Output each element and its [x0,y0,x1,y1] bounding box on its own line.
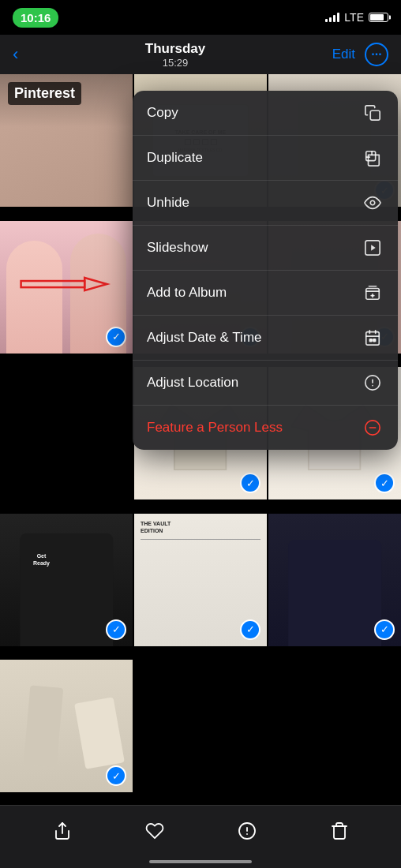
back-button[interactable]: ‹ [13,44,18,65]
svg-rect-0 [21,281,84,287]
photo-cell-couple[interactable]: ✓ [0,221,133,354]
nav-title: Thursday [145,41,206,57]
svg-rect-16 [369,339,372,342]
location-icon [362,372,384,394]
arrow-annotation [13,276,113,292]
svg-rect-17 [373,339,376,342]
nav-subtitle: 15:29 [163,57,189,69]
status-bar: 10:16 LTE [0,0,401,35]
toolbar [0,805,401,868]
minus-circle-icon [362,417,384,439]
signal-icon [325,13,339,22]
svg-marker-8 [371,245,376,250]
menu-item-adjust-location[interactable]: Adjust Location [133,361,398,406]
check-badge-couple: ✓ [106,327,126,347]
menu-item-duplicate[interactable]: Duplicate [133,136,398,181]
photo-cell-pinterest[interactable]: Pinterest [0,74,133,207]
adjust-location-label: Adjust Location [147,375,238,391]
nav-center: Thursday 15:29 [145,41,206,69]
context-menu: Copy Duplicate Unhide S [133,91,398,450]
svg-rect-2 [370,110,380,120]
status-right-items: LTE [325,11,388,24]
eye-icon [362,192,384,214]
photo-cell-blue-hoodie[interactable]: BLUE ✓ [268,514,401,646]
menu-item-slideshow[interactable]: Slideshow [133,226,398,271]
play-icon [362,237,384,259]
photo-cell-black-hoodie[interactable]: GetReady ✓ [0,514,133,646]
svg-marker-1 [84,278,107,290]
share-button[interactable] [45,814,80,848]
unhide-label: Unhide [147,195,189,211]
svg-point-6 [370,200,375,205]
pinterest-label: Pinterest [8,82,81,105]
status-time: 10:16 [13,8,58,28]
like-button[interactable] [137,814,172,848]
lte-label: LTE [344,11,364,24]
battery-icon [369,13,388,22]
copy-label: Copy [147,105,178,121]
check-badge-vault: ✓ [240,619,260,640]
duplicate-label: Duplicate [147,150,203,166]
duplicate-icon [362,147,384,169]
menu-item-copy[interactable]: Copy [133,91,398,136]
photo-cell-dancer[interactable]: ✓ [0,660,133,792]
svg-rect-3 [366,152,376,161]
nav-right: Edit ··· [332,43,388,66]
menu-item-feature-less[interactable]: Feature a Person Less [133,406,398,450]
calendar-icon [362,327,384,349]
menu-item-adjust-date[interactable]: Adjust Date & Time [133,316,398,361]
nav-header: ‹ Thursday 15:29 Edit ··· [0,35,401,74]
delete-button[interactable] [322,814,357,848]
adjust-date-label: Adjust Date & Time [147,330,262,346]
photo-cell-vault[interactable]: THE VAULTEDITION ✓ [134,514,267,646]
svg-rect-12 [366,332,380,346]
check-badge-cream-tshirt: ✓ [240,473,260,493]
more-button[interactable]: ··· [365,43,388,66]
add-album-label: Add to Album [147,285,227,301]
copy-icon [362,102,384,124]
home-indicator [149,860,252,863]
check-badge-black-hoodie: ✓ [106,619,126,640]
slideshow-label: Slideshow [147,240,208,256]
check-badge-blue-hoodie: ✓ [374,619,395,640]
check-badge-white-tshirt: ✓ [374,473,395,493]
album-icon [362,282,384,304]
edit-button[interactable]: Edit [332,47,355,62]
menu-item-add-album[interactable]: Add to Album [133,271,398,316]
feature-less-label: Feature a Person Less [147,420,283,436]
menu-item-unhide[interactable]: Unhide [133,181,398,226]
info-button[interactable] [230,814,264,848]
